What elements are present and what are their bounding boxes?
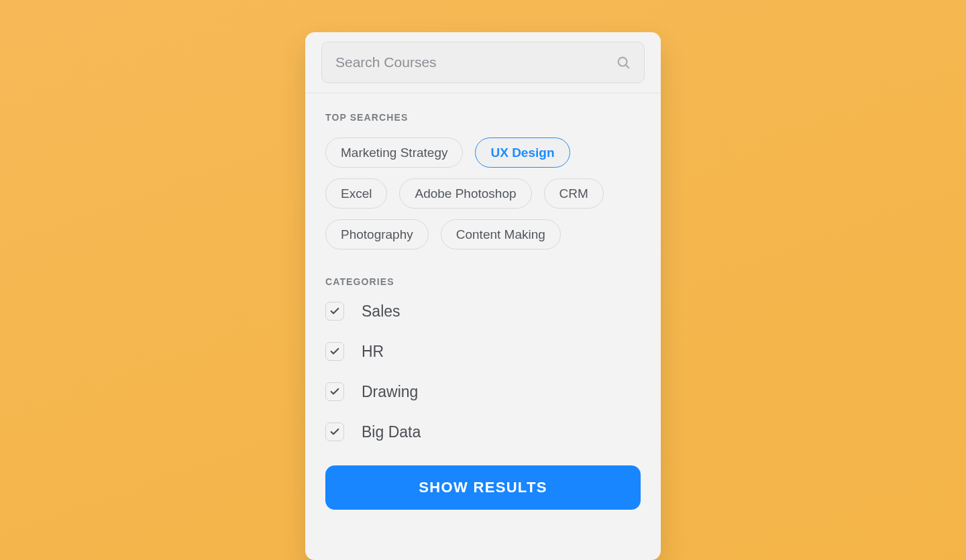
categories-list: Sales HR Drawing Big Data xyxy=(325,302,641,441)
category-item-drawing[interactable]: Drawing xyxy=(325,382,641,401)
chip-photography[interactable]: Photography xyxy=(325,219,429,249)
categories-heading: CATEGORIES xyxy=(325,276,641,287)
category-item-sales[interactable]: Sales xyxy=(325,302,641,321)
search-bar xyxy=(305,32,661,93)
actions: SHOW RESULTS xyxy=(305,465,661,510)
chip-marketing-strategy[interactable]: Marketing Strategy xyxy=(325,137,463,168)
check-icon xyxy=(329,306,340,317)
top-searches-heading: TOP SEARCHES xyxy=(325,112,641,123)
category-label: Drawing xyxy=(362,383,418,401)
checkbox-hr[interactable] xyxy=(325,342,344,361)
check-icon xyxy=(329,427,340,437)
checkbox-drawing[interactable] xyxy=(325,382,344,401)
top-searches-chip-group: Marketing Strategy UX Design Excel Adobe… xyxy=(325,137,641,249)
check-icon xyxy=(329,386,340,397)
categories-section: CATEGORIES Sales HR Drawing xyxy=(305,258,661,441)
search-field[interactable] xyxy=(321,42,645,83)
filter-card: TOP SEARCHES Marketing Strategy UX Desig… xyxy=(305,32,661,560)
category-item-big-data[interactable]: Big Data xyxy=(325,423,641,441)
chip-excel[interactable]: Excel xyxy=(325,178,387,209)
checkbox-big-data[interactable] xyxy=(325,423,344,441)
category-label: Big Data xyxy=(362,423,421,441)
show-results-button[interactable]: SHOW RESULTS xyxy=(325,465,641,510)
category-label: HR xyxy=(362,343,384,361)
checkbox-sales[interactable] xyxy=(325,302,344,321)
top-searches-section: TOP SEARCHES Marketing Strategy UX Desig… xyxy=(305,93,661,249)
chip-ux-design[interactable]: UX Design xyxy=(475,137,570,168)
check-icon xyxy=(329,346,340,357)
chip-crm[interactable]: CRM xyxy=(544,178,604,209)
category-label: Sales xyxy=(362,302,400,321)
search-icon xyxy=(616,55,631,70)
chip-adobe-photoshop[interactable]: Adobe Photoshop xyxy=(399,178,531,209)
search-input[interactable] xyxy=(335,54,616,70)
category-item-hr[interactable]: HR xyxy=(325,342,641,361)
svg-line-1 xyxy=(626,65,629,68)
chip-content-making[interactable]: Content Making xyxy=(441,219,561,249)
